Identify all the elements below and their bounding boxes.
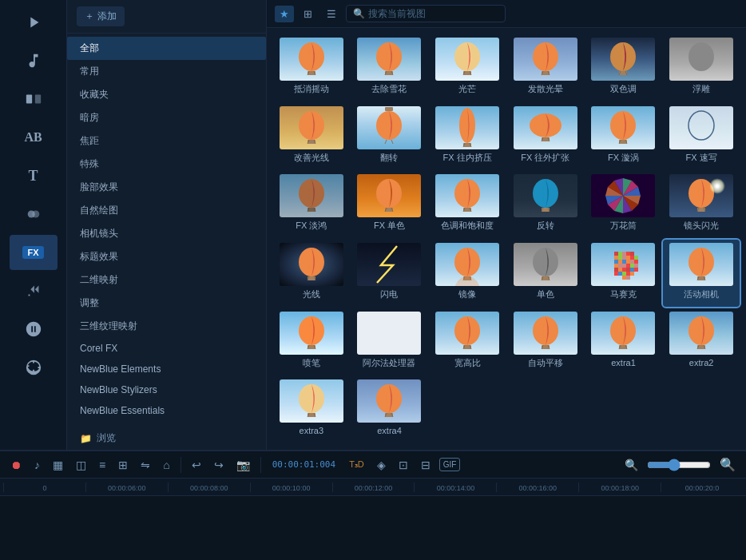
category-item-focus[interactable]: 焦距 xyxy=(67,129,266,153)
browse-item[interactable]: 📁 浏览 xyxy=(67,427,266,450)
add-button[interactable]: ＋ 添加 xyxy=(77,6,125,26)
effect-item-1[interactable]: 抵消摇动 xyxy=(273,34,350,101)
sidebar-item-media[interactable] xyxy=(10,5,58,40)
svg-rect-115 xyxy=(618,268,622,272)
effect-item-25[interactable]: 喷笔 xyxy=(273,308,350,375)
category-item-corel[interactable]: Corel FX xyxy=(67,338,266,359)
effect-item-31[interactable]: extra3 xyxy=(273,376,350,443)
category-item-face[interactable]: 脸部效果 xyxy=(67,176,266,199)
effect-label: 去除雪花 xyxy=(371,84,407,94)
effect-item-30[interactable]: extra2 xyxy=(663,308,740,375)
effect-item-4[interactable]: 发散光晕 xyxy=(507,34,584,101)
sidebar-item-speed[interactable] xyxy=(10,350,58,385)
effect-item-13[interactable]: FX 淡鸿 xyxy=(273,171,350,238)
sidebar-item-title[interactable]: AB xyxy=(10,120,58,155)
ruler-mark: 00:00:20:0 xyxy=(661,483,743,492)
category-item-2dmap[interactable]: 二维映射 xyxy=(67,268,266,292)
timeline-ruler: 000:00:06:0000:00:08:0000:00:10:0000:00:… xyxy=(0,479,746,496)
effect-label: extra2 xyxy=(689,358,714,368)
effect-item-27[interactable]: 宽高比 xyxy=(429,308,506,375)
svg-line-31 xyxy=(385,140,387,144)
category-item-all[interactable]: 全部 xyxy=(67,37,266,60)
effect-item-24[interactable]: 活动相机 xyxy=(663,240,740,307)
category-item-camera[interactable]: 相机镜头 xyxy=(67,222,266,245)
undo-btn[interactable]: ↩ xyxy=(188,456,205,474)
effect-item-17[interactable]: 万花筒 xyxy=(585,171,662,238)
category-item-darkroom[interactable]: 暗房 xyxy=(67,106,266,129)
redo-btn[interactable]: ↪ xyxy=(210,456,228,474)
sidebar-item-motion[interactable] xyxy=(10,273,58,308)
storyboard-btn[interactable]: ▦ xyxy=(49,456,67,474)
sidebar-item-color[interactable] xyxy=(10,312,58,347)
category-item-adjust[interactable]: 调整 xyxy=(67,292,266,315)
category-item-marker[interactable]: 标题效果 xyxy=(67,245,266,268)
effect-item-7[interactable]: 改善光线 xyxy=(273,103,350,170)
sidebar-item-overlay[interactable] xyxy=(10,197,58,232)
svg-point-147 xyxy=(688,316,714,345)
effect-item-19[interactable]: 光线 xyxy=(273,240,350,307)
text-btn[interactable]: ≡ xyxy=(95,456,109,474)
sidebar-item-text[interactable]: T xyxy=(10,158,58,193)
effect-item-18[interactable]: 镜头闪光 xyxy=(663,171,740,238)
effect-item-20[interactable]: 闪电 xyxy=(351,240,428,307)
timeline-mode-btn[interactable]: ◫ xyxy=(72,456,90,474)
zoom-out-btn[interactable]: 🔍 xyxy=(621,456,642,474)
effect-item-2[interactable]: 去除雪花 xyxy=(351,34,428,101)
svg-rect-102 xyxy=(614,260,618,264)
effect-label: 反转 xyxy=(537,220,554,231)
effect-item-16[interactable]: 反转 xyxy=(507,171,584,238)
timeline-tracks xyxy=(0,496,746,560)
effect-item-15[interactable]: 色调和饱和度 xyxy=(429,171,506,238)
category-item-newblue_elements[interactable]: NewBlue Elements xyxy=(67,359,266,379)
svg-rect-98 xyxy=(622,256,626,260)
svg-point-143 xyxy=(610,316,636,345)
capture-btn[interactable]: 📷 xyxy=(232,456,254,474)
sidebar-item-transition[interactable] xyxy=(10,81,58,117)
sidebar-item-audio[interactable] xyxy=(10,43,58,78)
category-item-natural[interactable]: 自然绘图 xyxy=(67,199,266,222)
ripple-btn[interactable]: ⌂ xyxy=(159,456,173,474)
audio-btn[interactable]: ♪ xyxy=(30,456,44,474)
record-btn[interactable]: ⏺ xyxy=(6,456,26,474)
motion-btn[interactable]: ⇋ xyxy=(137,456,154,474)
grid-view-btn[interactable]: ⊞ xyxy=(299,6,317,22)
category-item-special[interactable]: 特殊 xyxy=(67,153,266,176)
effect-item-14[interactable]: FX 单色 xyxy=(351,171,428,238)
category-item-newblue_essentials[interactable]: NewBlue Essentials xyxy=(67,400,266,421)
effect-item-5[interactable]: 双色调 xyxy=(585,34,662,101)
effect-item-9[interactable]: FX 往内挤压 xyxy=(429,103,506,170)
sidebar-item-fx[interactable]: FX xyxy=(10,235,58,270)
mask-btn[interactable]: ◈ xyxy=(373,456,390,474)
pan-zoom-btn[interactable]: ⊟ xyxy=(417,456,435,474)
effect-item-11[interactable]: FX 漩涡 xyxy=(585,103,662,170)
svg-rect-119 xyxy=(634,268,638,272)
zoom-slider[interactable] xyxy=(647,459,711,471)
effect-item-32[interactable]: extra4 xyxy=(351,376,428,443)
effect-item-28[interactable]: 自动平移 xyxy=(507,308,584,375)
category-item-3dtexture[interactable]: 三维纹理映射 xyxy=(67,315,266,338)
star-btn[interactable]: ★ xyxy=(275,6,294,22)
effect-item-29[interactable]: extra1 xyxy=(585,308,662,375)
list-view-btn[interactable]: ☰ xyxy=(322,6,341,22)
effect-item-6[interactable]: 浮雕 xyxy=(663,34,740,101)
add-label: 添加 xyxy=(97,10,117,23)
effect-item-21[interactable]: 镜像 xyxy=(429,240,506,307)
effect-item-8[interactable]: 翻转 xyxy=(351,103,428,170)
category-item-favorites[interactable]: 收藏夹 xyxy=(67,83,266,106)
fx-timeline-btn[interactable]: T₃D xyxy=(345,457,368,472)
effect-item-12[interactable]: FX 速写 xyxy=(663,103,740,170)
ruler-mark: 00:00:14:00 xyxy=(414,483,496,492)
effect-item-22[interactable]: 单色 xyxy=(507,240,584,307)
effect-item-3[interactable]: 光芒 xyxy=(429,34,506,101)
search-input[interactable] xyxy=(368,8,498,19)
crop-btn[interactable]: ⊡ xyxy=(395,456,412,474)
split-btn[interactable]: ⊞ xyxy=(114,456,132,474)
effect-item-23[interactable]: 马赛克 xyxy=(585,240,662,307)
effect-label: extra1 xyxy=(611,358,636,368)
gif-btn[interactable]: GIF xyxy=(439,458,461,471)
effect-item-26[interactable]: 阿尔法处理器 xyxy=(351,308,428,375)
category-item-common[interactable]: 常用 xyxy=(67,60,266,83)
category-item-newblue_stylizers[interactable]: NewBlue Stylizers xyxy=(67,379,266,400)
effect-item-10[interactable]: FX 往外扩张 xyxy=(507,103,584,170)
zoom-in-btn[interactable]: 🔍 xyxy=(716,455,740,475)
